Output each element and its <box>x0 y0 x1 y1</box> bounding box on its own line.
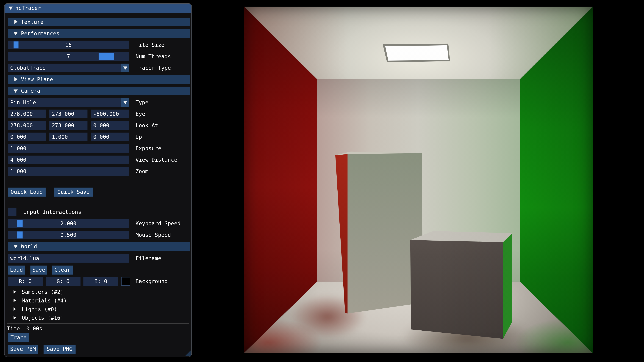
chevron-right-icon <box>14 20 18 24</box>
tracer-type-label: Tracer Type <box>136 64 171 72</box>
tile-size-row: 16 Tile Size <box>8 41 129 49</box>
camera-type-label: Type <box>136 98 148 107</box>
quick-save-button[interactable]: Quick Save <box>54 188 93 197</box>
background-color-swatch[interactable] <box>121 277 130 286</box>
trace-button[interactable]: Trace <box>8 333 29 342</box>
num-threads-value: 7 <box>67 53 70 59</box>
background-b-drag[interactable]: B: 0 <box>83 277 118 286</box>
window-title: ncTracer <box>15 5 41 11</box>
chevron-right-icon <box>14 308 16 311</box>
tree-node-label: Materials (#4) <box>22 296 67 305</box>
header-performances-label: Performances <box>21 29 60 38</box>
header-view-plane-label: View Plane <box>21 75 53 84</box>
tile-size-label: Tile Size <box>136 41 164 49</box>
num-threads-row: 7 Num Threads <box>8 52 129 61</box>
camera-type-value: Pin Hole <box>10 99 36 105</box>
chevron-down-icon <box>14 32 18 35</box>
collapse-window-icon[interactable] <box>9 6 13 10</box>
slider-grab[interactable] <box>98 53 114 60</box>
background-r-drag[interactable]: R: 0 <box>8 277 43 286</box>
up-label: Up <box>136 133 142 141</box>
separator <box>7 323 189 324</box>
mouse-speed-value: 0.500 <box>60 232 76 238</box>
combo-arrow-button[interactable] <box>121 64 129 72</box>
zoom-row: 1.000 Zoom <box>8 167 129 176</box>
time-status: Time: 0.00s <box>7 326 42 332</box>
slider-grab[interactable] <box>17 220 23 227</box>
resize-grip[interactable] <box>185 351 190 356</box>
load-button[interactable]: Load <box>8 266 25 275</box>
num-threads-slider[interactable]: 7 <box>8 52 129 61</box>
zoom-input[interactable]: 1.000 <box>8 167 129 176</box>
screen: ncTracer Texture Performances 16 Tile Si… <box>0 0 644 362</box>
mouse-speed-slider[interactable]: 0.500 <box>8 231 129 239</box>
eye-label: Eye <box>136 109 145 118</box>
tree-node-label: Samplers (#2) <box>22 288 64 296</box>
clear-button[interactable]: Clear <box>52 266 73 275</box>
header-camera[interactable]: Camera <box>8 87 190 95</box>
chevron-down-icon <box>14 245 18 248</box>
chevron-right-icon <box>14 290 16 294</box>
chevron-right-icon <box>14 316 16 319</box>
view-distance-input[interactable]: 4.000 <box>8 156 129 164</box>
eye-x-input[interactable]: 278.000 <box>8 109 46 118</box>
filename-label: Filename <box>136 254 161 263</box>
look-at-label: Look At <box>136 121 158 130</box>
filename-input[interactable]: world.lua <box>8 254 129 263</box>
background-g-drag[interactable]: G: 0 <box>46 277 80 286</box>
render-vignette <box>244 6 593 353</box>
window-titlebar[interactable]: ncTracer <box>4 4 192 13</box>
look-at-y-input[interactable]: 273.000 <box>49 121 88 130</box>
tracer-type-row: GlobalTrace Tracer Type <box>8 64 129 72</box>
header-texture[interactable]: Texture <box>8 17 190 26</box>
view-distance-row: 4.000 View Distance <box>8 156 129 164</box>
mouse-speed-label: Mouse Speed <box>136 231 171 239</box>
look-at-x-input[interactable]: 278.000 <box>8 121 46 130</box>
filename-row: world.lua Filename <box>8 254 129 263</box>
up-z-input[interactable]: 0.000 <box>91 133 129 141</box>
keyboard-speed-row: 2.000 Keyboard Speed <box>8 219 129 228</box>
zoom-label: Zoom <box>136 167 148 176</box>
look-at-z-input[interactable]: 0.000 <box>91 121 129 130</box>
up-x-input[interactable]: 0.000 <box>8 133 46 141</box>
keyboard-speed-label: Keyboard Speed <box>136 219 180 228</box>
tree-node-label: Lights (#0) <box>22 305 57 314</box>
header-world[interactable]: World <box>8 242 190 251</box>
eye-y-input[interactable]: 273.000 <box>49 109 88 118</box>
slider-grab[interactable] <box>17 231 23 238</box>
view-distance-label: View Distance <box>136 156 177 164</box>
tree-node-label: Objects (#16) <box>22 314 64 322</box>
exposure-input[interactable]: 1.000 <box>8 144 129 153</box>
camera-type-combo[interactable]: Pin Hole <box>8 98 129 107</box>
save-pbm-button[interactable]: Save PBM <box>8 345 38 354</box>
eye-z-input[interactable]: -800.000 <box>91 109 129 118</box>
keyboard-speed-value: 2.000 <box>60 220 76 227</box>
tracer-type-combo[interactable]: GlobalTrace <box>8 64 129 72</box>
keyboard-speed-slider[interactable]: 2.000 <box>8 219 129 228</box>
save-button[interactable]: Save <box>30 266 47 275</box>
render-viewport <box>244 6 593 353</box>
slider-grab[interactable] <box>14 41 18 48</box>
header-texture-label: Texture <box>21 17 44 26</box>
header-performances[interactable]: Performances <box>8 29 190 38</box>
header-view-plane[interactable]: View Plane <box>8 75 190 84</box>
save-png-button[interactable]: Save PNG <box>44 345 76 354</box>
num-threads-label: Num Threads <box>136 52 171 61</box>
background-label: Background <box>136 277 168 286</box>
up-y-input[interactable]: 1.000 <box>49 133 88 141</box>
quick-load-button[interactable]: Quick Load <box>8 188 46 197</box>
exposure-label: Exposure <box>136 144 161 153</box>
mouse-speed-row: 0.500 Mouse Speed <box>8 231 129 239</box>
camera-type-row: Pin Hole Type <box>8 98 129 107</box>
tile-size-value: 16 <box>65 42 72 48</box>
input-interactions-checkbox[interactable] <box>8 208 16 216</box>
chevron-right-icon <box>14 77 18 81</box>
tile-size-slider[interactable]: 16 <box>8 41 129 49</box>
exposure-row: 1.000 Exposure <box>8 144 129 153</box>
tracer-type-value: GlobalTrace <box>10 65 46 71</box>
header-camera-label: Camera <box>21 87 40 95</box>
input-interactions-label: Input Interactions <box>24 208 81 216</box>
combo-arrow-button[interactable] <box>121 98 129 107</box>
chevron-right-icon <box>14 299 16 302</box>
nctracer-window: ncTracer Texture Performances 16 Tile Si… <box>4 3 192 357</box>
